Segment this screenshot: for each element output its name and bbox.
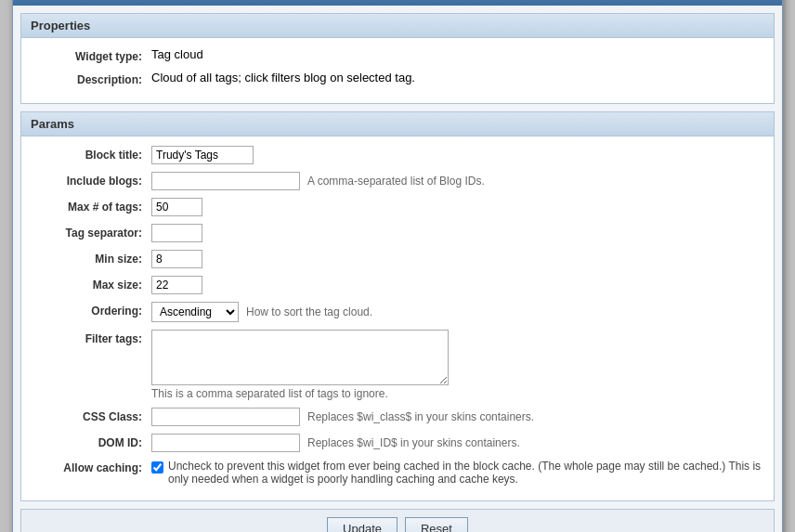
include-blogs-row: Include blogs: A comma-separated list of…: [21, 172, 774, 190]
block-title-label: Block title:: [31, 146, 151, 162]
block-title-row: Block title:: [21, 146, 774, 164]
max-size-row: Max size:: [21, 276, 774, 294]
properties-header: Properties: [21, 14, 774, 38]
filter-tags-textarea[interactable]: [151, 330, 449, 385]
dom-id-row: DOM ID: Replaces $wi_ID$ in your skins c…: [21, 434, 774, 452]
max-size-label: Max size:: [31, 276, 151, 292]
include-blogs-hint: A comma-separated list of Blog IDs.: [307, 175, 485, 188]
dom-id-input[interactable]: [151, 434, 300, 452]
params-header: Params: [21, 112, 774, 136]
description-value: Cloud of all tags; click filters blog on…: [151, 71, 415, 84]
ordering-hint: How to sort the tag cloud.: [246, 305, 372, 318]
tag-separator-row: Tag separator:: [21, 224, 774, 242]
min-size-row: Min size:: [21, 250, 774, 268]
widget-type-row: Widget type: Tag cloud: [21, 47, 774, 63]
max-tags-input[interactable]: [151, 198, 202, 216]
ordering-label: Ordering:: [31, 302, 151, 318]
dom-id-label: DOM ID:: [31, 434, 151, 449]
tag-separator-label: Tag separator:: [31, 224, 151, 240]
min-size-input[interactable]: [151, 250, 202, 268]
css-class-hint: Replaces $wi_class$ in your skins contai…: [307, 410, 534, 423]
max-size-input[interactable]: [151, 276, 202, 294]
include-blogs-input[interactable]: [151, 172, 300, 190]
max-tags-row: Max # of tags:: [21, 198, 774, 216]
properties-section: Properties Widget type: Tag cloud Descri…: [20, 13, 775, 104]
include-blogs-label: Include blogs:: [31, 172, 151, 188]
css-class-row: CSS Class: Replaces $wi_class$ in your s…: [21, 408, 774, 426]
allow-caching-checkbox[interactable]: [151, 461, 163, 474]
params-section: Params Block title: Include blogs: A com…: [20, 111, 775, 501]
dialog-titlebar: Edit widget Tag cloud in Sidebar ×: [13, 0, 782, 6]
widget-type-label: Widget type:: [31, 47, 151, 63]
max-tags-label: Max # of tags:: [31, 198, 151, 214]
description-label: Description:: [31, 71, 151, 86]
css-class-input[interactable]: [151, 408, 300, 426]
params-body: Block title: Include blogs: A comma-sepa…: [21, 136, 774, 500]
css-class-label: CSS Class:: [31, 408, 151, 423]
dom-id-hint: Replaces $wi_ID$ in your skins container…: [307, 436, 520, 449]
ordering-select[interactable]: Ascending Descending Random: [151, 302, 239, 322]
tag-separator-input[interactable]: [151, 224, 202, 242]
properties-body: Widget type: Tag cloud Description: Clou…: [21, 38, 774, 103]
allow-caching-desc: Uncheck to prevent this widget from ever…: [168, 460, 764, 486]
filter-tags-row: Filter tags: This is a comma separated l…: [21, 330, 774, 400]
dialog-footer: Update Reset: [20, 509, 775, 532]
filter-tags-hint: This is a comma separated list of tags t…: [151, 387, 449, 400]
ordering-row: Ordering: Ascending Descending Random Ho…: [21, 302, 774, 322]
widget-type-value: Tag cloud: [151, 47, 203, 61]
allow-caching-label: Allow caching:: [31, 460, 151, 474]
min-size-label: Min size:: [31, 250, 151, 266]
description-row: Description: Cloud of all tags; click fi…: [21, 71, 774, 86]
allow-caching-row: Allow caching: Uncheck to prevent this w…: [21, 460, 774, 486]
block-title-input[interactable]: [151, 146, 254, 164]
update-button[interactable]: Update: [327, 517, 398, 532]
filter-tags-label: Filter tags:: [31, 330, 151, 345]
edit-widget-dialog: Edit widget Tag cloud in Sidebar × Prope…: [12, 0, 783, 532]
reset-button[interactable]: Reset: [405, 517, 468, 532]
